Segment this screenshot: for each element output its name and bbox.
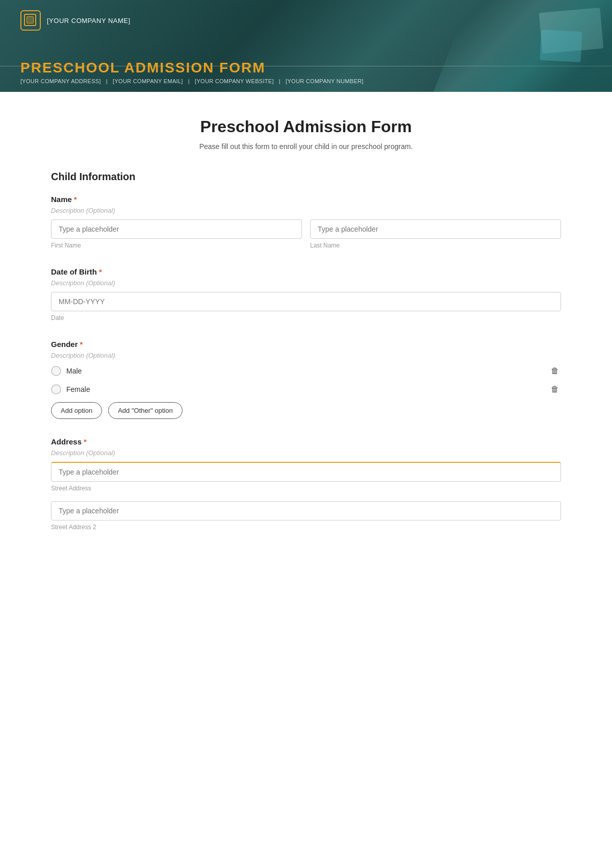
address-label: Address * (51, 437, 561, 446)
gender-add-option-row: Add option Add "Other" option (51, 402, 561, 419)
company-logo-icon (20, 10, 41, 31)
name-description: Description (Optional) (51, 207, 561, 214)
contact-email: [YOUR COMPANY EMAIL] (113, 78, 183, 84)
gender-option-female-left: Female (51, 384, 90, 394)
gender-field-group: Gender * Description (Optional) Male 🗑 F… (51, 340, 561, 419)
street-address-2-sublabel: Street Address 2 (51, 524, 561, 531)
gender-description: Description (Optional) (51, 352, 561, 359)
company-name-label: [YOUR COMPANY NAME] (47, 17, 131, 24)
separator1: | (106, 78, 108, 84)
gender-option-male-row: Male 🗑 (51, 364, 561, 378)
name-required-star: * (74, 195, 77, 204)
header-title-area: PRESCHOOL ADMISSION FORM [YOUR COMPANY A… (20, 60, 364, 84)
gender-label: Gender * (51, 340, 561, 349)
gender-male-label: Male (66, 367, 82, 375)
gender-female-delete-icon[interactable]: 🗑 (549, 383, 561, 396)
banner-title: PRESCHOOL ADMISSION FORM (20, 60, 364, 76)
gender-male-delete-icon[interactable]: 🗑 (549, 364, 561, 378)
form-description: Pease fill out this form to enroll your … (51, 142, 561, 151)
address-field-group: Address * Description (Optional) Street … (51, 437, 561, 531)
dob-required-star: * (99, 267, 102, 276)
first-name-sublabel: First Name (51, 242, 302, 249)
gender-male-radio[interactable] (51, 366, 61, 376)
dob-input-container (51, 292, 561, 311)
gender-option-female-row: Female 🗑 (51, 383, 561, 396)
last-name-input[interactable] (310, 219, 561, 239)
dob-label: Date of Birth * (51, 267, 561, 276)
contact-website: [YOUR COMPANY WEBSITE] (195, 78, 274, 84)
header-banner: [YOUR COMPANY NAME] PRESCHOOL ADMISSION … (0, 0, 612, 92)
street-address-2-input[interactable] (51, 501, 561, 520)
main-content: Preschool Admission Form Pease fill out … (0, 92, 612, 868)
name-field-group: Name * Description (Optional) First Name… (51, 195, 561, 249)
address-description: Description (Optional) (51, 449, 561, 457)
contact-info: [YOUR COMPANY ADDRESS] | [YOUR COMPANY E… (20, 78, 364, 84)
add-option-button[interactable]: Add option (51, 402, 102, 419)
gender-female-label: Female (66, 385, 90, 393)
street-address-1-sublabel: Street Address (51, 485, 561, 492)
gender-option-male-left: Male (51, 366, 82, 376)
street-address-1-input[interactable] (51, 462, 561, 482)
header-logo-area: [YOUR COMPANY NAME] (20, 10, 131, 31)
address-required-star: * (84, 437, 87, 446)
separator3: | (279, 78, 280, 84)
add-other-option-button[interactable]: Add "Other" option (108, 402, 183, 419)
contact-address: [YOUR COMPANY ADDRESS] (20, 78, 101, 84)
first-name-input[interactable] (51, 219, 302, 239)
section-child-info-title: Child Information (51, 171, 561, 183)
dob-description: Description (Optional) (51, 279, 561, 287)
header-decoration (434, 0, 612, 92)
contact-number: [YOUR COMPANY NUMBER] (286, 78, 364, 84)
dob-input[interactable] (51, 292, 561, 311)
name-input-row (51, 219, 561, 239)
separator2: | (188, 78, 190, 84)
last-name-sublabel: Last Name (310, 242, 561, 249)
dob-field-group: Date of Birth * Description (Optional) D… (51, 267, 561, 321)
name-sublabel-row: First Name Last Name (51, 242, 561, 249)
gender-female-radio[interactable] (51, 384, 61, 394)
name-label: Name * (51, 195, 561, 204)
gender-required-star: * (80, 340, 83, 349)
dob-sublabel: Date (51, 314, 561, 321)
page-title: Preschool Admission Form (51, 117, 561, 136)
